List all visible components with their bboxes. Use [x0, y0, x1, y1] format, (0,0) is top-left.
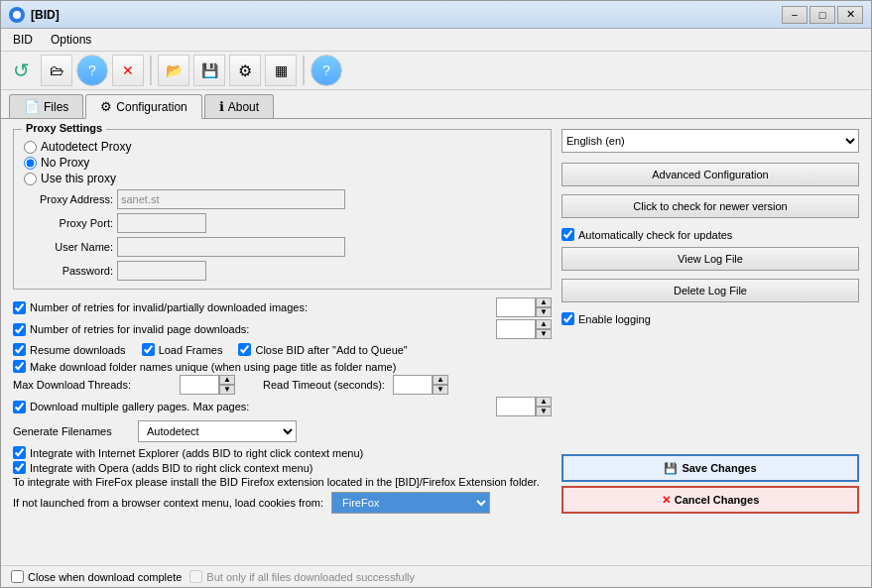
- retries-invalid-down[interactable]: ▼: [536, 307, 552, 317]
- enable-logging-checkbox[interactable]: [561, 312, 574, 325]
- retries-invalid-label: Number of retries for invalid/partially …: [30, 301, 492, 313]
- retries-invalid-up[interactable]: ▲: [536, 297, 552, 307]
- left-column: Proxy Settings Autodetect Proxy No Proxy: [13, 129, 552, 518]
- opera-integrate-label: Integrate with Opera (adds BID to right …: [30, 462, 313, 474]
- max-threads-up[interactable]: ▲: [219, 375, 235, 385]
- bottom-bar: Close when download complete But only if…: [1, 565, 871, 587]
- toolbar-settings[interactable]: ⚙: [229, 55, 261, 86]
- proxy-port-label: Proxy Port:: [24, 217, 113, 229]
- minimize-button[interactable]: −: [782, 6, 808, 24]
- config-tab-label: Configuration: [116, 100, 187, 114]
- tab-files[interactable]: 📄 Files: [9, 94, 83, 118]
- folder-unique-row: Make download folder names unique (when …: [13, 360, 552, 373]
- proxy-username-input[interactable]: [117, 237, 345, 257]
- max-pages-checkbox[interactable]: [13, 401, 26, 413]
- generate-row: Generate Filenames Autodetect Sequential…: [13, 420, 552, 442]
- proxy-group-title: Proxy Settings: [22, 122, 106, 134]
- toolbar-separator-2: [303, 56, 305, 85]
- but-only-checkbox[interactable]: [189, 570, 202, 583]
- retries-page-value[interactable]: 5: [496, 319, 536, 339]
- max-pages-up[interactable]: ▲: [536, 397, 552, 407]
- save-changes-button[interactable]: 💾 Save Changes: [561, 454, 859, 482]
- save-icon: 💾: [664, 462, 678, 475]
- max-pages-label: Download multiple gallery pages. Max pag…: [30, 401, 492, 412]
- max-threads-spinbox: 5 ▲ ▼: [180, 375, 235, 395]
- retries-page-up[interactable]: ▲: [536, 319, 552, 329]
- max-pages-value[interactable]: 20: [496, 397, 536, 416]
- cookie-dropdown[interactable]: FireFox Internet Explorer Opera None: [331, 492, 490, 514]
- toolbar-open[interactable]: 📂: [158, 55, 189, 86]
- proxy-password-input[interactable]: [117, 261, 206, 281]
- advanced-config-button[interactable]: Advanced Configuration: [561, 163, 859, 186]
- close-bid-checkbox[interactable]: [238, 343, 251, 356]
- resume-checkbox[interactable]: [13, 343, 26, 356]
- view-log-button[interactable]: View Log File: [561, 247, 859, 271]
- usethis-label: Use this proxy: [41, 172, 116, 185]
- config-tab-icon: ⚙: [100, 99, 112, 114]
- max-threads-down[interactable]: ▼: [219, 385, 235, 395]
- read-timeout-value[interactable]: 45: [393, 375, 433, 395]
- usethis-radio-row: Use this proxy: [24, 172, 541, 185]
- opera-integrate-row: Integrate with Opera (adds BID to right …: [13, 461, 552, 474]
- read-timeout-group: Read Timeout (seconds): 45 ▲ ▼: [263, 375, 448, 395]
- proxy-radio-group: Autodetect Proxy No Proxy Use this proxy: [24, 140, 541, 185]
- language-select[interactable]: English (en) German (de): [561, 129, 859, 153]
- menu-options[interactable]: Options: [43, 31, 99, 49]
- retries-page-down[interactable]: ▼: [536, 329, 552, 339]
- toolbar-refresh[interactable]: ↺: [5, 55, 37, 86]
- read-timeout-down[interactable]: ▼: [433, 385, 448, 395]
- max-threads-value[interactable]: 5: [180, 375, 219, 395]
- opera-integrate-checkbox[interactable]: [13, 461, 26, 474]
- max-pages-down[interactable]: ▼: [536, 407, 552, 416]
- proxy-address-input[interactable]: [117, 189, 345, 209]
- autodetect-radio[interactable]: [24, 141, 37, 154]
- load-frames-checkbox[interactable]: [142, 343, 155, 356]
- toolbar-folder-open[interactable]: 🗁: [41, 55, 72, 86]
- retries-page-checkbox[interactable]: [13, 323, 26, 336]
- toolbar-stop[interactable]: ✕: [112, 55, 144, 86]
- resume-checkbox-row: Resume downloads: [13, 343, 126, 356]
- toolbar: ↺ 🗁 ? ✕ 📂 💾 ⚙ ▦ ?: [1, 52, 871, 90]
- retries-page-label: Number of retries for invalid page downl…: [30, 323, 492, 335]
- read-timeout-up[interactable]: ▲: [433, 375, 448, 385]
- retries-invalid-checkbox[interactable]: [13, 301, 26, 314]
- enable-logging-row: Enable logging: [561, 312, 859, 325]
- delete-log-button[interactable]: Delete Log File: [561, 279, 859, 302]
- toolbar-info[interactable]: ?: [311, 55, 342, 86]
- files-tab-icon: 📄: [24, 99, 40, 114]
- close-when-checkbox[interactable]: [11, 570, 24, 583]
- about-tab-label: About: [228, 100, 259, 114]
- ie-integrate-checkbox[interactable]: [13, 446, 26, 459]
- close-button[interactable]: ✕: [837, 6, 863, 24]
- cookie-label: If not launched from a browser context m…: [13, 497, 323, 509]
- proxy-address-label: Proxy Address:: [24, 193, 113, 205]
- toolbar-help[interactable]: ?: [76, 55, 108, 86]
- max-threads-btns: ▲ ▼: [219, 375, 235, 395]
- two-column-layout: Proxy Settings Autodetect Proxy No Proxy: [13, 129, 859, 518]
- menu-bid[interactable]: BID: [5, 31, 41, 49]
- firefox-note-text: To integrate with FireFox please install…: [13, 476, 540, 488]
- noproxy-radio[interactable]: [24, 157, 37, 170]
- tab-configuration[interactable]: ⚙ Configuration: [85, 94, 201, 119]
- proxy-port-input[interactable]: [117, 213, 206, 233]
- close-bid-label: Close BID after "Add to Queue": [255, 344, 407, 356]
- noproxy-label: No Proxy: [41, 156, 89, 170]
- usethis-radio[interactable]: [24, 173, 37, 185]
- integrate-block: Integrate with Internet Explorer (adds B…: [13, 446, 552, 488]
- toolbar-grid[interactable]: ▦: [265, 55, 297, 86]
- autodetect-label: Autodetect Proxy: [41, 140, 131, 154]
- retries-invalid-value[interactable]: 5: [496, 297, 536, 317]
- generate-dropdown[interactable]: Autodetect Sequential Original: [138, 420, 297, 442]
- files-tab-label: Files: [44, 100, 68, 114]
- tab-about[interactable]: ℹ About: [204, 94, 274, 118]
- load-frames-checkbox-row: Load Frames: [142, 343, 223, 356]
- check-version-button[interactable]: Click to check for newer version: [561, 194, 859, 218]
- max-threads-label: Max Download Threads:: [13, 379, 172, 391]
- maximize-button[interactable]: □: [810, 6, 835, 24]
- auto-check-checkbox[interactable]: [561, 228, 574, 241]
- cancel-changes-button[interactable]: ✕ Cancel Changes: [561, 486, 859, 514]
- but-only-label: But only if all files downloaded success…: [206, 571, 415, 583]
- toolbar-save[interactable]: 💾: [193, 55, 225, 86]
- action-buttons: 💾 Save Changes ✕ Cancel Changes: [561, 454, 859, 514]
- folder-unique-checkbox[interactable]: [13, 360, 26, 373]
